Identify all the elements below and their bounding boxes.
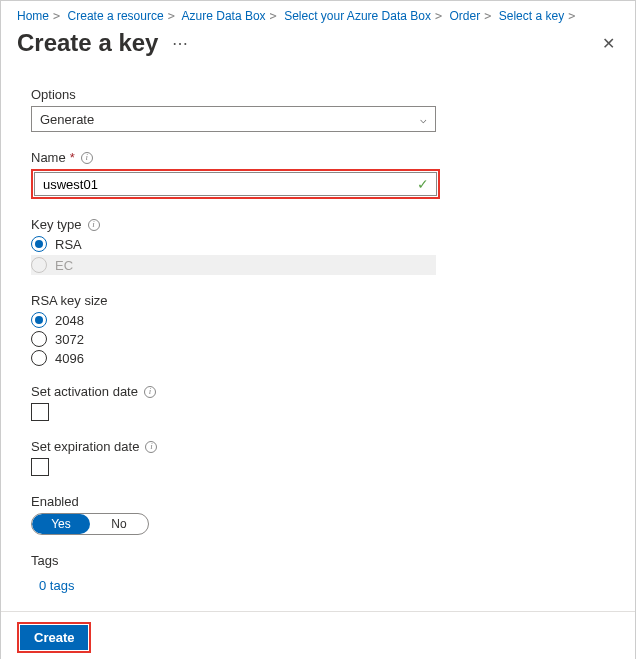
tags-link[interactable]: 0 tags <box>39 578 74 593</box>
rsa-size-3072[interactable]: 3072 <box>31 331 619 347</box>
radio-icon <box>31 312 47 328</box>
chevron-down-icon: ⌵ <box>420 113 427 126</box>
close-icon[interactable]: ✕ <box>598 30 619 57</box>
info-icon[interactable]: i <box>144 386 156 398</box>
key-type-ec: EC <box>31 255 436 275</box>
radio-icon <box>31 236 47 252</box>
name-label: Name <box>31 150 66 165</box>
required-icon: * <box>70 150 75 165</box>
radio-label: 3072 <box>55 332 84 347</box>
options-value: Generate <box>40 112 94 127</box>
info-icon[interactable]: i <box>88 219 100 231</box>
chevron-right-icon: > <box>168 9 175 23</box>
chevron-right-icon: > <box>435 9 442 23</box>
radio-icon <box>31 331 47 347</box>
options-select[interactable]: Generate ⌵ <box>31 106 436 132</box>
enabled-toggle[interactable]: Yes No <box>31 513 149 535</box>
rsa-size-label: RSA key size <box>31 293 619 308</box>
tags-label: Tags <box>31 553 619 568</box>
rsa-size-4096[interactable]: 4096 <box>31 350 619 366</box>
activation-checkbox[interactable] <box>31 403 49 421</box>
key-type-rsa[interactable]: RSA <box>31 236 619 252</box>
key-type-label: Key type <box>31 217 82 232</box>
breadcrumb-item[interactable]: Azure Data Box <box>182 9 266 23</box>
checkmark-icon: ✓ <box>417 176 429 192</box>
options-label: Options <box>31 87 619 102</box>
chevron-right-icon: > <box>53 9 60 23</box>
more-icon[interactable]: ⋯ <box>172 34 188 53</box>
breadcrumb-item[interactable]: Home <box>17 9 49 23</box>
chevron-right-icon: > <box>484 9 491 23</box>
info-icon[interactable]: i <box>145 441 157 453</box>
info-icon[interactable]: i <box>81 152 93 164</box>
radio-icon <box>31 257 47 273</box>
page-title: Create a key <box>17 29 158 57</box>
expiration-label: Set expiration date <box>31 439 139 454</box>
radio-label: EC <box>55 258 73 273</box>
toggle-no: No <box>90 514 148 534</box>
breadcrumb-item[interactable]: Order <box>450 9 481 23</box>
chevron-right-icon: > <box>270 9 277 23</box>
radio-label: 4096 <box>55 351 84 366</box>
rsa-size-2048[interactable]: 2048 <box>31 312 619 328</box>
breadcrumb: Home> Create a resource> Azure Data Box>… <box>1 1 635 27</box>
radio-label: RSA <box>55 237 82 252</box>
radio-label: 2048 <box>55 313 84 328</box>
toggle-yes: Yes <box>32 514 90 534</box>
activation-label: Set activation date <box>31 384 138 399</box>
radio-icon <box>31 350 47 366</box>
enabled-label: Enabled <box>31 494 619 509</box>
create-button[interactable]: Create <box>20 625 88 650</box>
expiration-checkbox[interactable] <box>31 458 49 476</box>
breadcrumb-item[interactable]: Select a key <box>499 9 564 23</box>
breadcrumb-item[interactable]: Create a resource <box>68 9 164 23</box>
chevron-right-icon: > <box>568 9 575 23</box>
name-input[interactable] <box>34 172 437 196</box>
breadcrumb-item[interactable]: Select your Azure Data Box <box>284 9 431 23</box>
